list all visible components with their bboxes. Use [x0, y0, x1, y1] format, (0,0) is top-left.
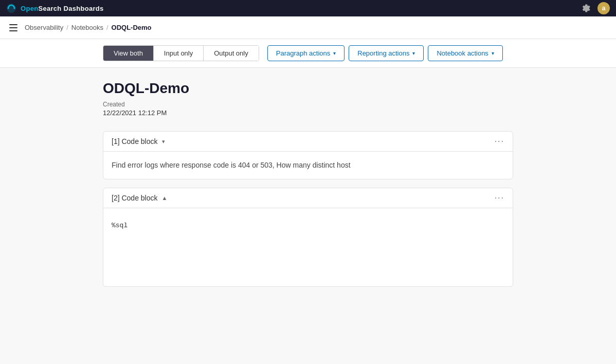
- code-block-2-id: [2] Code block: [112, 194, 158, 202]
- paragraph-actions-button[interactable]: Paragraph actions ▾: [267, 45, 345, 61]
- hamburger-menu-button[interactable]: [6, 21, 21, 35]
- logo-text: OpenSearch Dashboards: [21, 5, 104, 12]
- code-block-2-menu-button[interactable]: ···: [495, 193, 504, 203]
- output-only-button[interactable]: Output only: [204, 46, 259, 61]
- breadcrumb-sep-2: /: [106, 24, 108, 31]
- toolbar: View both Input only Output only Paragra…: [0, 39, 616, 68]
- hamburger-line-3: [9, 30, 17, 31]
- code-block-1-collapse-icon[interactable]: ▾: [162, 138, 165, 145]
- notebook-actions-chevron-icon: ▾: [492, 50, 494, 56]
- settings-icon-btn[interactable]: [581, 3, 592, 14]
- notebook-meta: Created 12/22/2021 12:12 PM: [103, 101, 513, 117]
- code-block-2-body: %sql: [103, 208, 513, 286]
- opensearch-logo-icon: [6, 3, 16, 13]
- code-block-2-header: [2] Code block ▲ ···: [103, 188, 513, 208]
- user-avatar[interactable]: a: [597, 2, 610, 14]
- breadcrumb-notebooks[interactable]: Notebooks: [71, 24, 103, 31]
- breadcrumb-observability[interactable]: Observability: [25, 24, 63, 31]
- code-block-1-header: [1] Code block ▾ ···: [103, 132, 513, 152]
- reporting-actions-button[interactable]: Reporting actions ▾: [349, 45, 424, 61]
- reporting-actions-label: Reporting actions: [357, 49, 409, 57]
- code-block-1-text: Find error logs where response code is 4…: [112, 160, 504, 171]
- breadcrumb-sep-1: /: [66, 24, 68, 31]
- code-block-1-id: [1] Code block: [112, 137, 158, 145]
- secondbar: Observability / Notebooks / ODQL-Demo: [0, 16, 616, 39]
- notebook-created-date: 12/22/2021 12:12 PM: [103, 109, 513, 117]
- code-block-2-collapse-icon[interactable]: ▲: [162, 195, 168, 201]
- code-block-2-code[interactable]: %sql: [112, 216, 504, 278]
- paragraph-actions-label: Paragraph actions: [276, 49, 331, 57]
- notebook-actions-button[interactable]: Notebook actions ▾: [428, 45, 502, 61]
- topbar: OpenSearch Dashboards a: [0, 0, 616, 16]
- view-toggle-group: View both Input only Output only: [103, 45, 259, 61]
- topbar-right: a: [581, 2, 610, 14]
- svg-point-2: [14, 8, 15, 9]
- hamburger-line-1: [9, 24, 17, 25]
- code-block-2: [2] Code block ▲ ··· %sql: [103, 188, 513, 287]
- hamburger-line-2: [9, 27, 17, 28]
- notebook-title: ODQL-Demo: [103, 80, 513, 97]
- notebook-created-label: Created: [103, 101, 513, 108]
- paragraph-actions-chevron-icon: ▾: [333, 50, 336, 56]
- breadcrumb-current: ODQL-Demo: [112, 24, 152, 31]
- notebook-actions-label: Notebook actions: [437, 49, 488, 57]
- code-block-2-title: [2] Code block ▲: [112, 194, 167, 202]
- breadcrumb: Observability / Notebooks / ODQL-Demo: [25, 24, 152, 31]
- logo: OpenSearch Dashboards: [6, 3, 104, 13]
- code-block-1-body: Find error logs where response code is 4…: [103, 152, 513, 179]
- view-both-button[interactable]: View both: [103, 46, 154, 61]
- code-block-1: [1] Code block ▾ ··· Find error logs whe…: [103, 131, 513, 179]
- input-only-button[interactable]: Input only: [154, 46, 204, 61]
- code-block-1-menu-button[interactable]: ···: [495, 137, 504, 146]
- code-block-1-title: [1] Code block ▾: [112, 137, 165, 145]
- main-content: ODQL-Demo Created 12/22/2021 12:12 PM [1…: [0, 68, 616, 364]
- reporting-actions-chevron-icon: ▾: [412, 50, 415, 56]
- svg-point-1: [8, 8, 9, 9]
